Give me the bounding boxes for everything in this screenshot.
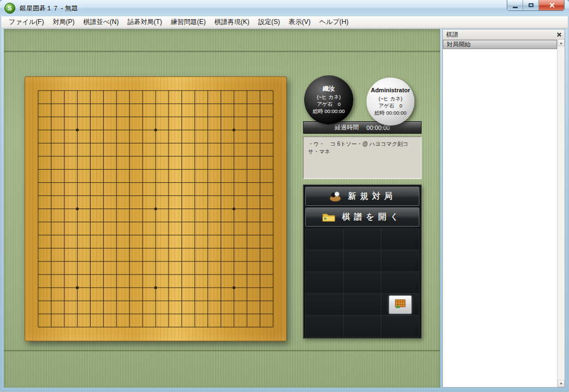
black-player-rank: (~ヒ カネ) [317,93,341,100]
menu-view[interactable]: 表示(V) [284,16,315,28]
info-panel: 織汝 (~ヒ カネ) アゲ石 0 総時 00:00:00 Administrat… [303,75,422,370]
open-kifu-button[interactable]: 棋譜を開く [305,207,419,227]
menu-tsumego[interactable]: 詰碁対局(T) [123,16,166,28]
board-view-slot [381,294,419,316]
empty-slot [343,228,382,250]
empty-slot [381,250,419,272]
black-captures: アゲ石 0 [317,100,341,108]
maximize-icon [529,3,534,7]
menu-practice[interactable]: 練習問題(E) [167,16,210,28]
black-total-time: 総時 00:00:00 [313,108,345,115]
close-button[interactable] [539,0,564,10]
white-captures: アゲ石 0 [378,102,402,109]
app-window: S 銀星囲碁１７ - 無題 ファイル(F) 対局(P) 棋譜並べ(N) 詰碁対局… [0,0,569,392]
kifu-panel: 棋譜 対局開始 ▲ ▼ [442,29,565,388]
empty-slot [343,250,382,272]
empty-slot [343,316,382,337]
go-bowl-icon [329,191,342,202]
play-area: 織汝 (~ヒ カネ) アゲ石 0 総時 00:00:00 Administrat… [4,29,440,388]
empty-slot [305,316,343,337]
kifu-scrollbar[interactable]: ▲ ▼ [557,39,565,387]
white-player-name: Administrator [371,86,410,94]
kifu-list-item-selected[interactable]: 対局開始 [443,40,557,49]
empty-slot [343,294,382,316]
kifu-panel-title: 棋譜 [446,31,458,39]
white-player-badge: Administrator (~ヒ カネ) アゲ石 0 総時 00:00:00 [366,78,414,126]
kifu-panel-header: 棋譜 [443,29,565,40]
empty-slot [381,316,419,337]
scroll-up-icon[interactable]: ▲ [558,39,565,46]
folder-icon [322,212,335,222]
go-board[interactable] [25,76,287,341]
minimize-icon [513,7,518,8]
window-controls [507,0,565,11]
status-message: ・ウ・゚コ 6トソー・@ ハヨコマク刻コ サ・マネ [308,141,408,155]
tatami-seam [4,51,440,52]
new-game-label: 新規対局 [348,191,396,201]
empty-slot [343,272,382,294]
empty-slot [305,272,343,294]
minimize-button[interactable] [507,0,523,10]
close-icon [549,2,555,8]
empty-slot [305,294,343,316]
empty-slot [381,228,419,250]
window-title: 銀星囲碁１７ - 無題 [20,4,78,13]
menu-kifu-playback[interactable]: 棋譜再現(K) [210,16,254,28]
menu-help[interactable]: ヘルプ(H) [315,16,353,28]
go-board-grid [25,77,286,341]
white-total-time: 総時 00:00:00 [375,109,407,116]
maximize-button[interactable] [523,0,539,10]
board-view-button[interactable] [389,295,412,314]
mini-board-icon [395,299,406,311]
menu-settings[interactable]: 設定(S) [254,16,284,28]
black-player-name: 織汝 [323,85,335,93]
empty-slot [381,272,419,294]
empty-slot [305,250,343,272]
menu-bar: ファイル(F) 対局(P) 棋譜並べ(N) 詰碁対局(T) 練習問題(E) 棋譜… [1,16,568,28]
kifu-close-icon[interactable] [555,31,562,38]
open-kifu-label: 棋譜を開く [342,212,402,222]
empty-slot [305,228,343,250]
menu-play[interactable]: 対局(P) [48,16,79,28]
title-bar[interactable]: S 銀星囲碁１７ - 無題 [0,0,569,16]
menu-kifu-replay[interactable]: 棋譜並べ(N) [79,16,123,28]
scroll-down-icon[interactable]: ▼ [558,380,565,387]
new-game-button[interactable]: 新規対局 [305,187,419,206]
command-panel: 新規対局 棋譜を開く [303,185,422,338]
menu-file[interactable]: ファイル(F) [4,16,48,28]
elapsed-time-label: 経過時間 [335,123,359,132]
white-player-rank: (~ヒ カネ) [378,95,402,102]
black-player-badge: 織汝 (~ヒ カネ) アゲ石 0 総時 00:00:00 [304,75,353,124]
command-grid [305,228,419,337]
status-message-box: ・ウ・゚コ 6トソー・@ ハヨコマク刻コ サ・マネ [303,136,422,179]
app-logo-icon: S [4,3,15,14]
